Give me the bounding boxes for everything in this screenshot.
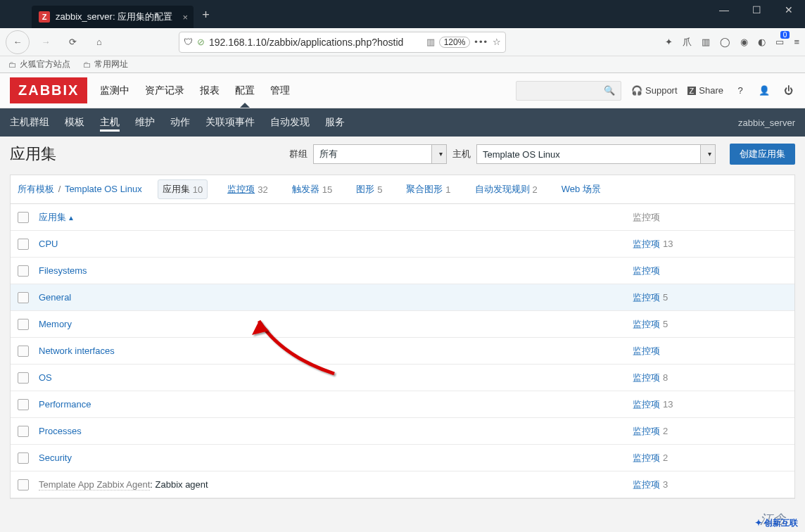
tab-items[interactable]: 监控项 32 — [223, 180, 272, 198]
row-checkbox[interactable] — [18, 265, 29, 277]
page-content: 应用集 群组 所有▾ 主机 Template OS Linux▾ 创建应用集 所… — [0, 137, 805, 532]
items-link[interactable]: 监控项 — [633, 452, 660, 463]
sync-icon[interactable]: ◐ — [758, 37, 766, 47]
subnav-maintenance[interactable]: 维护 — [135, 109, 155, 136]
app-name-link[interactable]: OS — [39, 372, 52, 383]
breadcrumb-template[interactable]: Template OS Linux — [65, 184, 142, 194]
topnav-reports[interactable]: 报表 — [200, 75, 220, 107]
cjk-icon[interactable]: 爪 — [683, 36, 692, 49]
app-name-link[interactable]: Filesystems — [39, 265, 87, 276]
nav-forward-button[interactable]: → — [35, 32, 56, 53]
library-icon[interactable]: ▥ — [702, 37, 710, 47]
row-checkbox[interactable] — [18, 399, 29, 410]
app-name-link[interactable]: Processes — [39, 426, 82, 436]
url-input[interactable] — [209, 37, 422, 48]
extension-icon[interactable]: ✦ — [665, 37, 673, 47]
select-all-checkbox[interactable] — [18, 212, 29, 223]
nav-home-button[interactable]: ⌂ — [89, 32, 110, 53]
row-checkbox[interactable] — [18, 239, 29, 250]
subnav-templates[interactable]: 模板 — [65, 109, 84, 136]
chevron-down-icon: ▾ — [708, 150, 711, 158]
browser-tab[interactable]: Z zabbix_server: 应用集的配置 × — [32, 6, 194, 28]
col-header-application[interactable]: 应用集 — [39, 212, 66, 222]
row-checkbox[interactable] — [18, 292, 29, 303]
row-checkbox[interactable] — [18, 346, 29, 357]
items-count: 3 — [663, 479, 668, 490]
new-tab-button[interactable]: + — [202, 8, 210, 23]
items-link[interactable]: 监控项 — [633, 372, 660, 383]
topnav-monitoring[interactable]: 监测中 — [100, 75, 129, 107]
help-icon[interactable]: ? — [733, 85, 747, 96]
support-link[interactable]: 🎧Support — [631, 85, 678, 96]
app-name-inherited[interactable]: Template App Zabbix Agent — [39, 479, 150, 490]
topnav-configuration[interactable]: 配置 — [235, 75, 255, 107]
window-close-button[interactable]: ✕ — [773, 0, 805, 20]
tab-applications[interactable]: 应用集 10 — [158, 179, 208, 199]
topnav-administration[interactable]: 管理 — [270, 75, 290, 107]
share-link[interactable]: ZShare — [687, 85, 723, 96]
subnav-hostgroups[interactable]: 主机群组 — [10, 109, 49, 136]
zabbix-logo[interactable]: ZABBIX — [10, 77, 87, 103]
url-bar[interactable]: 🛡 ⊘ ▥ 120% ••• ☆ — [179, 32, 506, 53]
close-tab-icon[interactable]: × — [183, 12, 189, 23]
reader-icon[interactable]: ▥ — [426, 37, 435, 47]
bookmark-star-icon[interactable]: ☆ — [493, 37, 501, 47]
tab-web[interactable]: Web 场景 — [557, 180, 605, 198]
protections-icon[interactable]: ◉ — [740, 37, 748, 47]
bookmark-item[interactable]: 🗀火狐官方站点 — [8, 58, 70, 70]
menu-icon[interactable]: ≡ — [794, 37, 799, 47]
group-filter-select[interactable]: 所有▾ — [313, 144, 447, 164]
items-link[interactable]: 监控项 — [633, 265, 660, 276]
items-link[interactable]: 监控项 — [633, 426, 660, 436]
items-link[interactable]: 监控项 — [633, 292, 660, 303]
account-icon[interactable]: ◯ — [720, 37, 730, 47]
create-application-button[interactable]: 创建应用集 — [730, 144, 795, 165]
container-icon[interactable]: ▭0 — [775, 37, 784, 47]
folder-icon: 🗀 — [8, 60, 17, 70]
zabbix-search[interactable]: 🔍 — [516, 81, 621, 101]
tab-triggers[interactable]: 触发器 15 — [288, 180, 336, 198]
subnav-services[interactable]: 服务 — [325, 109, 345, 136]
app-name-link[interactable]: Security — [39, 452, 72, 463]
nav-back-button[interactable]: ← — [6, 30, 30, 54]
breadcrumb-all-templates[interactable]: 所有模板 — [18, 184, 54, 194]
share-label: Share — [699, 85, 723, 96]
zoom-badge[interactable]: 120% — [439, 37, 471, 48]
items-link[interactable]: 监控项 — [633, 479, 660, 490]
topnav-inventory[interactable]: 资产记录 — [145, 75, 184, 107]
search-icon: 🔍 — [604, 85, 615, 96]
tab-graphs[interactable]: 图形 5 — [352, 180, 386, 198]
tab-screens[interactable]: 聚合图形 1 — [402, 180, 455, 198]
subnav-correlation[interactable]: 关联项事件 — [205, 109, 255, 136]
page-actions-icon[interactable]: ••• — [474, 37, 488, 47]
nav-reload-button[interactable]: ⟳ — [62, 32, 83, 53]
insecure-icon[interactable]: ⊘ — [197, 37, 205, 47]
row-checkbox[interactable] — [18, 426, 29, 437]
row-checkbox[interactable] — [18, 319, 29, 330]
app-name-link[interactable]: General — [39, 292, 71, 303]
app-name-link[interactable]: Performance — [39, 399, 91, 410]
row-checkbox[interactable] — [18, 372, 29, 384]
tab-discovery[interactable]: 自动发现规则 2 — [471, 180, 542, 198]
host-filter-select[interactable]: Template OS Linux▾ — [476, 144, 716, 164]
window-minimize-button[interactable]: — — [708, 0, 740, 20]
app-name-link[interactable]: Network interfaces — [39, 346, 115, 356]
power-icon[interactable]: ⏻ — [781, 85, 795, 96]
user-icon[interactable]: 👤 — [757, 85, 771, 96]
app-name-link[interactable]: Memory — [39, 319, 72, 329]
row-checkbox[interactable] — [18, 452, 29, 464]
row-checkbox[interactable] — [18, 479, 29, 490]
items-link[interactable]: 监控项 — [633, 399, 660, 410]
subnav-actions[interactable]: 动作 — [170, 109, 190, 136]
bookmark-item[interactable]: 🗀常用网址 — [83, 58, 128, 70]
subnav-hosts[interactable]: 主机 — [100, 109, 120, 136]
items-link[interactable]: 监控项 — [633, 239, 660, 249]
window-maximize-button[interactable]: ☐ — [740, 0, 773, 20]
table-row: Processes监控项2 — [11, 418, 794, 445]
tracking-shield-icon[interactable]: 🛡 — [184, 37, 193, 47]
items-link[interactable]: 监控项 — [633, 346, 660, 356]
app-name-link[interactable]: CPU — [39, 239, 58, 249]
subnav-discovery[interactable]: 自动发现 — [270, 109, 310, 136]
items-link[interactable]: 监控项 — [633, 319, 660, 329]
share-icon: Z — [687, 87, 697, 95]
